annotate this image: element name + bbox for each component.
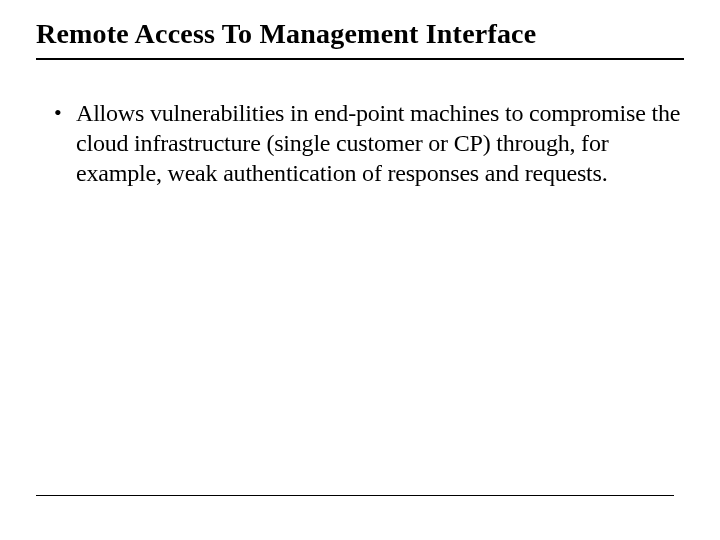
slide: Remote Access To Management Interface • … — [0, 0, 720, 540]
bullet-text: Allows vulnerabilities in end-point mach… — [76, 98, 684, 188]
slide-title: Remote Access To Management Interface — [36, 18, 684, 60]
footer-divider — [36, 495, 674, 496]
bullet-icon: • — [54, 98, 76, 128]
list-item: • Allows vulnerabilities in end-point ma… — [54, 98, 684, 188]
bullet-list: • Allows vulnerabilities in end-point ma… — [36, 98, 684, 188]
